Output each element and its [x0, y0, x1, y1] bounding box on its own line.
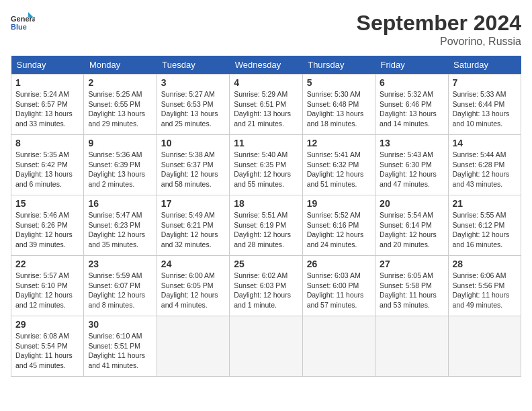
table-row: 3Sunrise: 5:27 AMSunset: 6:53 PMDaylight… [157, 75, 229, 135]
table-row: 26Sunrise: 6:03 AMSunset: 6:00 PMDayligh… [302, 256, 375, 316]
day-number: 22 [15, 259, 79, 269]
table-row [448, 316, 521, 377]
calendar-week-row: 1Sunrise: 5:24 AMSunset: 6:57 PMDaylight… [11, 75, 521, 135]
day-info: Sunrise: 5:55 AMSunset: 6:12 PMDaylight:… [453, 210, 517, 250]
table-row: 6Sunrise: 5:32 AMSunset: 6:46 PMDaylight… [375, 75, 448, 135]
location: Povorino, Russia [357, 36, 521, 48]
day-number: 20 [380, 198, 443, 209]
day-number: 5 [307, 77, 371, 88]
day-info: Sunrise: 5:57 AMSunset: 6:10 PMDaylight:… [15, 271, 79, 310]
month-title: September 2024 [357, 11, 521, 36]
day-info: Sunrise: 5:59 AMSunset: 6:07 PMDaylight:… [88, 271, 152, 310]
day-number: 28 [453, 259, 517, 269]
day-number: 29 [15, 319, 79, 330]
day-info: Sunrise: 5:32 AMSunset: 6:46 PMDaylight:… [380, 89, 443, 129]
day-info: Sunrise: 5:27 AMSunset: 6:53 PMDaylight:… [161, 89, 225, 129]
day-number: 14 [453, 138, 517, 148]
svg-text:Blue: Blue [11, 23, 27, 31]
day-number: 17 [161, 198, 225, 209]
day-info: Sunrise: 6:06 AMSunset: 5:56 PMDaylight:… [453, 271, 517, 310]
table-row: 24Sunrise: 6:00 AMSunset: 6:05 PMDayligh… [157, 256, 229, 316]
table-row: 22Sunrise: 5:57 AMSunset: 6:10 PMDayligh… [11, 256, 84, 316]
day-number: 25 [234, 259, 298, 269]
table-row: 5Sunrise: 5:30 AMSunset: 6:48 PMDaylight… [302, 75, 375, 135]
day-number: 11 [234, 138, 298, 148]
page-header: General Blue September 2024 Povorino, Ru… [11, 11, 521, 48]
day-info: Sunrise: 5:54 AMSunset: 6:14 PMDaylight:… [380, 210, 443, 250]
day-number: 9 [88, 138, 152, 148]
day-info: Sunrise: 5:36 AMSunset: 6:39 PMDaylight:… [88, 150, 152, 189]
day-number: 30 [88, 319, 152, 330]
table-row: 2Sunrise: 5:25 AMSunset: 6:55 PMDaylight… [84, 75, 157, 135]
table-row: 29Sunrise: 6:08 AMSunset: 5:54 PMDayligh… [11, 316, 84, 377]
table-row [375, 316, 448, 377]
day-info: Sunrise: 5:33 AMSunset: 6:44 PMDaylight:… [453, 89, 517, 129]
day-number: 16 [88, 198, 152, 209]
day-info: Sunrise: 6:10 AMSunset: 5:51 PMDaylight:… [88, 331, 152, 371]
day-info: Sunrise: 5:43 AMSunset: 6:30 PMDaylight:… [380, 150, 443, 189]
day-number: 2 [88, 77, 152, 88]
table-row: 10Sunrise: 5:38 AMSunset: 6:37 PMDayligh… [157, 135, 229, 195]
day-number: 15 [15, 198, 79, 209]
day-number: 3 [161, 77, 225, 88]
table-row: 28Sunrise: 6:06 AMSunset: 5:56 PMDayligh… [448, 256, 521, 316]
table-row: 30Sunrise: 6:10 AMSunset: 5:51 PMDayligh… [84, 316, 157, 377]
table-row [157, 316, 229, 377]
day-info: Sunrise: 5:35 AMSunset: 6:42 PMDaylight:… [15, 150, 79, 189]
calendar-week-row: 8Sunrise: 5:35 AMSunset: 6:42 PMDaylight… [11, 135, 521, 195]
calendar-week-row: 15Sunrise: 5:46 AMSunset: 6:26 PMDayligh… [11, 195, 521, 256]
table-row: 14Sunrise: 5:44 AMSunset: 6:28 PMDayligh… [448, 135, 521, 195]
header-tuesday: Tuesday [157, 56, 229, 75]
day-number: 27 [380, 259, 443, 269]
day-number: 6 [380, 77, 443, 88]
day-info: Sunrise: 5:25 AMSunset: 6:55 PMDaylight:… [88, 89, 152, 129]
day-info: Sunrise: 6:05 AMSunset: 5:58 PMDaylight:… [380, 271, 443, 310]
day-info: Sunrise: 5:46 AMSunset: 6:26 PMDaylight:… [15, 210, 79, 250]
table-row: 9Sunrise: 5:36 AMSunset: 6:39 PMDaylight… [84, 135, 157, 195]
day-info: Sunrise: 5:40 AMSunset: 6:35 PMDaylight:… [234, 150, 298, 189]
title-block: September 2024 Povorino, Russia [357, 11, 521, 48]
day-info: Sunrise: 5:41 AMSunset: 6:32 PMDaylight:… [307, 150, 371, 189]
calendar-table: Sunday Monday Tuesday Wednesday Thursday… [11, 56, 521, 377]
day-number: 7 [453, 77, 517, 88]
day-number: 24 [161, 259, 225, 269]
table-row: 12Sunrise: 5:41 AMSunset: 6:32 PMDayligh… [302, 135, 375, 195]
header-wednesday: Wednesday [230, 56, 302, 75]
day-info: Sunrise: 6:00 AMSunset: 6:05 PMDaylight:… [161, 271, 225, 310]
day-number: 1 [15, 77, 79, 88]
day-number: 12 [307, 138, 371, 148]
header-saturday: Saturday [448, 56, 521, 75]
day-number: 8 [15, 138, 79, 148]
day-info: Sunrise: 5:51 AMSunset: 6:19 PMDaylight:… [234, 210, 298, 250]
table-row [302, 316, 375, 377]
logo: General Blue [11, 11, 35, 35]
day-info: Sunrise: 5:44 AMSunset: 6:28 PMDaylight:… [453, 150, 517, 189]
table-row: 19Sunrise: 5:52 AMSunset: 6:16 PMDayligh… [302, 195, 375, 256]
table-row: 21Sunrise: 5:55 AMSunset: 6:12 PMDayligh… [448, 195, 521, 256]
header-thursday: Thursday [302, 56, 375, 75]
table-row: 25Sunrise: 6:02 AMSunset: 6:03 PMDayligh… [230, 256, 302, 316]
table-row: 16Sunrise: 5:47 AMSunset: 6:23 PMDayligh… [84, 195, 157, 256]
day-number: 13 [380, 138, 443, 148]
table-row [230, 316, 302, 377]
day-info: Sunrise: 5:30 AMSunset: 6:48 PMDaylight:… [307, 89, 371, 129]
day-number: 23 [88, 259, 152, 269]
day-number: 19 [307, 198, 371, 209]
day-info: Sunrise: 5:38 AMSunset: 6:37 PMDaylight:… [161, 150, 225, 189]
table-row: 4Sunrise: 5:29 AMSunset: 6:51 PMDaylight… [230, 75, 302, 135]
day-info: Sunrise: 5:24 AMSunset: 6:57 PMDaylight:… [15, 89, 79, 129]
table-row: 1Sunrise: 5:24 AMSunset: 6:57 PMDaylight… [11, 75, 84, 135]
calendar-week-row: 29Sunrise: 6:08 AMSunset: 5:54 PMDayligh… [11, 316, 521, 377]
day-info: Sunrise: 5:49 AMSunset: 6:21 PMDaylight:… [161, 210, 225, 250]
calendar-week-row: 22Sunrise: 5:57 AMSunset: 6:10 PMDayligh… [11, 256, 521, 316]
day-info: Sunrise: 6:02 AMSunset: 6:03 PMDaylight:… [234, 271, 298, 310]
table-row: 7Sunrise: 5:33 AMSunset: 6:44 PMDaylight… [448, 75, 521, 135]
table-row: 11Sunrise: 5:40 AMSunset: 6:35 PMDayligh… [230, 135, 302, 195]
day-number: 21 [453, 198, 517, 209]
day-number: 4 [234, 77, 298, 88]
day-info: Sunrise: 6:03 AMSunset: 6:00 PMDaylight:… [307, 271, 371, 310]
table-row: 8Sunrise: 5:35 AMSunset: 6:42 PMDaylight… [11, 135, 84, 195]
header-monday: Monday [84, 56, 157, 75]
table-row: 13Sunrise: 5:43 AMSunset: 6:30 PMDayligh… [375, 135, 448, 195]
table-row: 17Sunrise: 5:49 AMSunset: 6:21 PMDayligh… [157, 195, 229, 256]
